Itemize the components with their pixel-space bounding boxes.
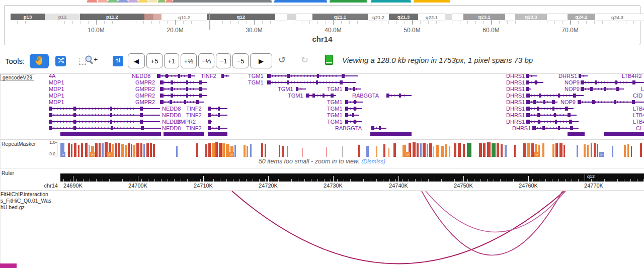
gene-feature[interactable]: ‹‹‹‹‹‹‹‹‹‹‹‹‹‹‹‹‹‹‹‹‹‹ [267, 80, 356, 85]
repeat-bar[interactable] [196, 143, 198, 157]
chromosome-overview[interactable]: p13p12p11.2q11.2q12q21.1q21.2q21.3q22.1q… [4, 5, 640, 45]
repeat-bar[interactable] [445, 144, 447, 157]
repeat-bar[interactable] [501, 144, 503, 157]
cytoband-q23.3[interactable]: q23.3 [515, 14, 547, 20]
nav-button-−5[interactable]: −5 [232, 53, 249, 68]
tab-strip-segment[interactable] [108, 0, 118, 3]
gene-feature[interactable]: ‹‹‹‹‹‹‹‹‹‹‹‹‹ [526, 119, 579, 124]
repeat-bar[interactable] [247, 146, 248, 157]
cytoband-q23.1[interactable]: q23.1 [463, 14, 505, 20]
repeat-bar[interactable] [527, 143, 530, 157]
repeat-bar[interactable] [358, 145, 360, 157]
repeat-bar[interactable] [125, 145, 127, 157]
undo-button[interactable]: ↺ [278, 54, 286, 65]
cytoband-q21.1[interactable]: q21.1 [312, 14, 368, 20]
repeat-bar[interactable] [279, 145, 280, 157]
tab-strip-segment[interactable] [128, 0, 138, 3]
pan-tool-button[interactable] [30, 54, 49, 68]
repeat-bar[interactable] [208, 143, 211, 157]
cytoband-p12[interactable]: p12 [45, 14, 80, 20]
repeat-bar[interactable] [146, 143, 149, 157]
nav-button-−⅓[interactable]: −⅓ [198, 53, 214, 68]
gene-feature[interactable]: ‹‹‹‹‹‹‹‹‹‹‹‹ [526, 113, 577, 118]
repeat-bar[interactable] [282, 146, 284, 157]
repeat-bar[interactable] [413, 142, 416, 157]
repeat-bar[interactable] [366, 146, 369, 157]
tab-strip-segment[interactable] [414, 0, 450, 3]
repeat-bar[interactable] [326, 147, 327, 157]
repeat-bar[interactable] [423, 143, 426, 157]
repeat-bar[interactable] [143, 144, 145, 157]
nav-button-▶[interactable]: ▶ [250, 53, 272, 68]
repeat-bar[interactable] [577, 145, 578, 157]
cytoband[interactable] [275, 14, 287, 21]
expand-chip[interactable]: > [90, 152, 95, 157]
repeat-bar[interactable] [612, 146, 613, 157]
repeat-bar[interactable] [383, 144, 385, 157]
gene-feature[interactable]: ‹‹‹‹‹‹‹‹‹‹‹‹‹‹ [526, 93, 584, 98]
interaction-arc[interactable] [232, 191, 565, 264]
gene-feature[interactable]: ‹‹ [296, 86, 306, 92]
tab-strip-segment[interactable] [371, 0, 411, 3]
gene-feature[interactable]: ››››››››››› [160, 100, 204, 105]
gene-feature[interactable]: ‹‹‹‹ [208, 106, 227, 111]
repeat-bar[interactable] [68, 143, 70, 157]
cytoband[interactable] [445, 14, 452, 20]
repeat-bar[interactable] [212, 143, 215, 157]
tab-strip-segment[interactable] [98, 0, 108, 3]
gene-dense-bar[interactable] [604, 132, 644, 136]
gene-feature[interactable]: ‹‹‹‹‹‹‹‹‹‹‹‹‹‹‹‹‹‹‹‹‹‹‹‹‹‹‹ [49, 106, 160, 111]
cytoband-q24.3[interactable]: q24.3 [595, 14, 639, 21]
repeat-bar[interactable] [74, 143, 76, 157]
gene-feature[interactable]: ››››››››››› [160, 80, 207, 85]
gene-feature[interactable]: ‹‹‹‹‹‹‹‹‹‹‹‹‹‹‹‹‹‹‹‹‹‹‹‹‹‹‹ [49, 126, 161, 131]
cytoband[interactable] [505, 14, 515, 21]
gene-feature[interactable]: ‹‹ [221, 73, 229, 78]
cytoband-p13[interactable]: p13 [11, 14, 45, 20]
tab-strip-segment[interactable] [87, 0, 97, 3]
repeat-bar[interactable] [71, 144, 72, 157]
track-label-gencode[interactable]: gencodeV29 [1, 74, 34, 81]
gene-feature[interactable]: ‹‹‹‹‹‹‹‹‹‹‹ [526, 106, 574, 111]
gene-feature[interactable]: ‹ [526, 86, 531, 92]
repeat-bar[interactable] [244, 145, 246, 157]
gene-feature[interactable]: ‹‹‹‹‹‹‹ [306, 93, 336, 98]
repeat-bar[interactable] [388, 148, 389, 157]
repeat-bar[interactable] [205, 144, 207, 157]
cytoband-p11.2[interactable]: p11.2 [80, 14, 144, 20]
gene-feature[interactable]: ››››››››››› [160, 93, 207, 98]
repeat-bar[interactable] [505, 145, 507, 157]
gene-feature[interactable]: ‹‹ [579, 73, 588, 78]
repeat-bar[interactable] [552, 144, 554, 157]
repeat-bar[interactable] [436, 145, 439, 157]
tab-strip-segment[interactable] [274, 0, 327, 3]
split-view-tool-button[interactable] [55, 56, 66, 66]
repeat-bar[interactable] [118, 143, 120, 157]
cytoband[interactable] [547, 14, 568, 21]
repeat-bar[interactable] [302, 148, 303, 157]
repeat-bar[interactable] [121, 144, 124, 157]
gene-dense-bar[interactable] [370, 132, 412, 136]
repeat-bar[interactable] [153, 144, 155, 157]
gene-feature[interactable]: ‹‹‹‹‹‹‹‹‹‹‹ [532, 126, 579, 131]
repeat-bar[interactable] [584, 144, 586, 157]
repeat-bar[interactable] [427, 144, 428, 157]
nav-button-−1[interactable]: −1 [216, 53, 231, 68]
repeat-bar[interactable] [393, 143, 396, 157]
gene-feature[interactable]: ‹ [208, 119, 212, 124]
repeat-bar[interactable] [597, 144, 598, 157]
cytoband-q22.1[interactable]: q22.1 [418, 14, 445, 21]
repeat-bar[interactable] [497, 143, 499, 157]
cytoband[interactable] [296, 14, 312, 21]
cytoband-q21.2[interactable]: q21.2 [368, 14, 389, 21]
repeat-bar[interactable] [133, 145, 135, 157]
repeat-bar[interactable] [429, 143, 432, 157]
repeat-bar[interactable] [136, 143, 139, 157]
repeat-bar[interactable] [112, 144, 114, 157]
expand-chip[interactable]: > [534, 152, 539, 157]
repeat-bar[interactable] [514, 145, 516, 157]
gene-feature[interactable]: ‹‹‹‹ [208, 113, 227, 118]
cytoband-q24.2[interactable]: q24.2 [568, 14, 595, 20]
repeat-bar[interactable] [420, 143, 422, 157]
gene-feature[interactable]: ‹‹‹‹ [526, 80, 543, 85]
